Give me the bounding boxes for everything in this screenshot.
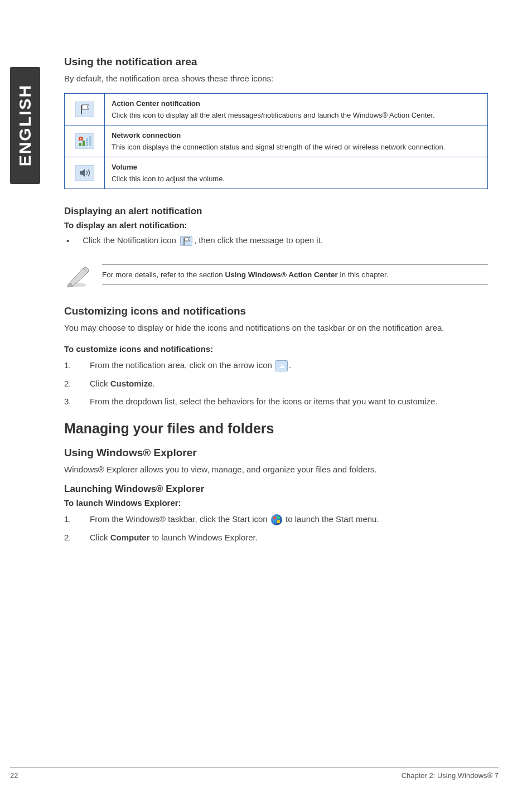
- customize-steps: 1. From the notification area, click on …: [64, 359, 488, 408]
- step-pre: From the notification area, click on the…: [90, 360, 272, 370]
- step-number: 2.: [64, 378, 74, 390]
- pencil-icon: [64, 262, 91, 288]
- row-desc: Click this icon to adjust the volume.: [112, 175, 225, 183]
- volume-desc-cell: Volume Click this icon to adjust the vol…: [105, 157, 488, 189]
- table-row: Network connection This icon displays th…: [65, 125, 488, 157]
- step-text: Click Customize.: [90, 378, 155, 390]
- flag-icon: [75, 102, 94, 117]
- start-orb-icon: [271, 514, 282, 525]
- step-bold: Customize: [110, 379, 153, 388]
- step-bold: Computer: [110, 533, 150, 542]
- speaker-icon: [75, 165, 94, 181]
- step-text: From the notification area, click on the…: [90, 359, 291, 372]
- step-post: to launch the Start menu.: [283, 514, 379, 524]
- table-row: Volume Click this icon to adjust the vol…: [65, 157, 488, 189]
- svg-rect-5: [86, 138, 88, 146]
- alert-notification-sub: To display an alert notification:: [64, 220, 488, 230]
- notification-area-heading: Using the notification area: [64, 56, 488, 68]
- note-bold: Using Windows® Action Center: [225, 270, 338, 279]
- page-number: 22: [10, 771, 18, 780]
- step-text: From the dropdown list, select the behav…: [90, 395, 438, 408]
- step-text: Click Computer to launch Windows Explore…: [90, 532, 258, 544]
- row-desc: Click this icon to display all the alert…: [112, 111, 435, 119]
- arrow-up-icon: [275, 360, 288, 371]
- step-pre: Click: [90, 533, 110, 542]
- svg-rect-4: [83, 141, 85, 146]
- table-row: Action Center notification Click this ic…: [65, 93, 488, 125]
- svg-rect-6: [89, 136, 91, 146]
- row-desc: This icon displays the connection status…: [112, 143, 445, 151]
- row-title: Network connection: [112, 131, 481, 139]
- launch-explorer-sub: To launch Windows Explorer:: [64, 498, 488, 508]
- volume-icon-cell: [65, 157, 105, 189]
- customize-sub: To customize icons and notifications:: [64, 344, 488, 354]
- row-title: Action Center notification: [112, 99, 481, 108]
- note-post: in this chapter.: [338, 270, 389, 279]
- managing-files-heading: Managing your files and folders: [64, 421, 488, 437]
- step-number: 3.: [64, 395, 74, 408]
- customizing-heading: Customizing icons and notifications: [64, 305, 488, 317]
- note-block: For more details, refer to the section U…: [64, 262, 488, 288]
- page-content: Using the notification area By default, …: [64, 56, 488, 549]
- note-pre: For more details, refer to the section: [102, 270, 225, 279]
- list-item: 2. Click Customize.: [64, 378, 488, 390]
- page-footer: 22 Chapter 2: Using Windows® 7: [10, 767, 499, 780]
- alert-notification-heading: Displaying an alert notification: [64, 206, 488, 217]
- step-post: .: [289, 360, 291, 370]
- list-item: 1. From the notification area, click on …: [64, 359, 488, 372]
- step-number: 2.: [64, 532, 74, 544]
- language-tab: ENGLISH: [10, 67, 40, 184]
- action-center-icon-cell: [65, 93, 105, 125]
- list-item: 3. From the dropdown list, select the be…: [64, 395, 488, 408]
- language-label: ENGLISH: [16, 84, 35, 166]
- action-center-desc-cell: Action Center notification Click this ic…: [105, 93, 488, 125]
- network-signal-icon: [75, 133, 94, 149]
- network-icon-cell: [65, 125, 105, 157]
- step-pre: Click: [90, 379, 110, 388]
- launching-explorer-heading: Launching Windows® Explorer: [64, 484, 488, 495]
- note-text: For more details, refer to the section U…: [102, 264, 488, 285]
- step-text: From the Windows® taskbar, click the Sta…: [90, 513, 379, 526]
- bullet-pre: Click the Notification icon: [83, 235, 176, 245]
- step-number: 1.: [64, 513, 74, 526]
- customizing-intro: You may choose to display or hide the ic…: [64, 322, 488, 335]
- svg-rect-9: [80, 140, 81, 141]
- notification-icons-table: Action Center notification Click this ic…: [64, 93, 488, 189]
- bullet-post: , then click the message to open it.: [194, 235, 323, 245]
- bullet-marker: •: [66, 236, 69, 245]
- svg-rect-8: [80, 138, 81, 139]
- step-post: to launch Windows Explorer.: [150, 533, 258, 542]
- flag-icon: [180, 236, 192, 246]
- list-item: 2. Click Computer to launch Windows Expl…: [64, 532, 488, 544]
- step-number: 1.: [64, 359, 74, 372]
- notification-area-intro: By default, the notification area shows …: [64, 73, 488, 85]
- chapter-label: Chapter 2: Using Windows® 7: [402, 771, 499, 780]
- bullet-text: Click the Notification icon , then click…: [83, 235, 323, 246]
- explorer-intro: Windows® Explorer allows you to view, ma…: [64, 463, 488, 476]
- step-post: .: [153, 379, 155, 388]
- list-item: 1. From the Windows® taskbar, click the …: [64, 513, 488, 526]
- alert-bullet: • Click the Notification icon , then cli…: [66, 235, 488, 246]
- launch-steps: 1. From the Windows® taskbar, click the …: [64, 513, 488, 544]
- row-title: Volume: [112, 163, 481, 171]
- using-explorer-heading: Using Windows® Explorer: [64, 447, 488, 459]
- step-pre: From the Windows® taskbar, click the Sta…: [90, 514, 270, 524]
- network-desc-cell: Network connection This icon displays th…: [105, 125, 488, 157]
- svg-rect-3: [79, 143, 81, 146]
